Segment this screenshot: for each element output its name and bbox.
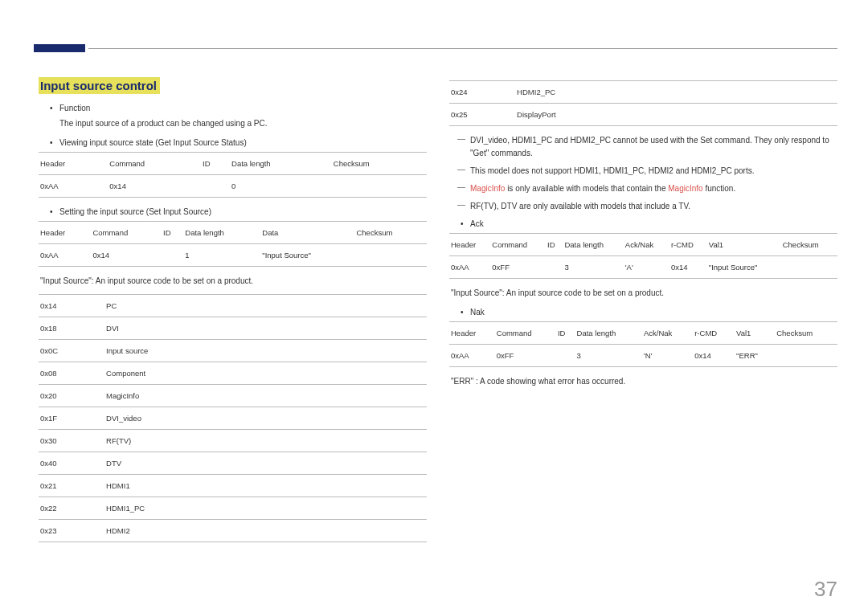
note-magicinfo: MagicInfo is only available with models … (449, 182, 837, 195)
code-value: 0x08 (39, 362, 104, 385)
page-title: Input source control (39, 77, 160, 94)
td: 0x14 (693, 345, 735, 367)
left-column: Input source control Function The input … (39, 77, 427, 550)
viewing-label: Viewing input source state (Get Input So… (39, 137, 427, 149)
th: Checksum (781, 234, 837, 256)
note-model: This model does not support HDMI1, HDMI1… (449, 165, 837, 178)
th: Checksum (354, 222, 427, 244)
th: Checksum (332, 153, 427, 175)
code-value: 0x0C (39, 340, 104, 362)
setting-label: Setting the input source (Set Input Sour… (39, 206, 427, 218)
th: Header (449, 234, 490, 256)
td (354, 244, 427, 267)
td (332, 175, 427, 198)
note-rftv: RF(TV), DTV are only available with mode… (449, 200, 837, 213)
td: "ERR" (735, 345, 775, 367)
code-value: 0x25 (449, 104, 515, 126)
th: Data (260, 222, 354, 244)
td (201, 175, 230, 198)
th: Data length (230, 153, 332, 175)
td: 'N' (642, 345, 693, 367)
text: is only available with models that conta… (505, 184, 668, 193)
td: 0xFF (490, 256, 546, 279)
code-value: 0x24 (449, 81, 515, 104)
ack-label: Ack (449, 218, 837, 230)
input-source-note: "Input Source": An input source code to … (39, 275, 427, 288)
td: 'A' (624, 256, 669, 279)
nak-table: Header Command ID Data length Ack/Nak r-… (449, 321, 837, 367)
get-table: Header Command ID Data length Checksum 0… (39, 152, 427, 198)
th: r-CMD (693, 322, 735, 345)
td: "Input Source" (260, 244, 354, 267)
th: ID (546, 234, 563, 256)
code-value: 0x1F (39, 407, 104, 430)
th: Header (39, 222, 91, 244)
td (546, 256, 563, 279)
code-value: 0x23 (39, 520, 104, 542)
td (556, 345, 575, 367)
code-value: 0x30 (39, 430, 104, 452)
th: Ack/Nak (624, 234, 669, 256)
code-value: 0x18 (39, 317, 104, 340)
function-desc: The input source of a product can be cha… (39, 117, 427, 130)
code-label: DVI (104, 317, 427, 340)
code-label: HDMI1 (104, 475, 427, 497)
magicinfo-red: MagicInfo (470, 184, 505, 193)
td: 0xAA (449, 345, 495, 367)
th: Command (91, 222, 162, 244)
function-label: Function (39, 102, 427, 114)
err-note: "ERR" : A code showing what error has oc… (449, 375, 837, 388)
code-label: Input source (104, 340, 427, 362)
td: 0xAA (39, 244, 91, 267)
td: 0x14 (669, 256, 707, 279)
code-label: RF(TV) (104, 430, 427, 452)
code-label: DisplayPort (515, 104, 837, 126)
th: Ack/Nak (642, 322, 693, 345)
th: Header (449, 322, 495, 345)
code-label: HDMI1_PC (104, 497, 427, 520)
th: ID (162, 222, 183, 244)
th: Command (490, 234, 546, 256)
magicinfo-red: MagicInfo (668, 184, 702, 193)
td: 3 (575, 345, 642, 367)
code-label: DVI_video (104, 407, 427, 430)
td: 0x14 (108, 175, 201, 198)
th: Command (108, 153, 201, 175)
th: Header (39, 153, 108, 175)
th: ID (556, 322, 575, 345)
code-label: DTV (104, 452, 427, 475)
code-label: PC (104, 295, 427, 317)
td: 0xFF (495, 345, 556, 367)
set-table: Header Command ID Data length Data Check… (39, 221, 427, 267)
nak-label: Nak (449, 306, 837, 318)
code-value: 0x14 (39, 295, 104, 317)
td: 1 (183, 244, 260, 267)
th: Val1 (735, 322, 775, 345)
th: r-CMD (669, 234, 707, 256)
code-value: 0x20 (39, 385, 104, 407)
th: Checksum (775, 322, 837, 345)
header-rule (88, 48, 837, 49)
ack-note: "Input Source": An input source code to … (449, 287, 837, 300)
td: "Input Source" (707, 256, 781, 279)
th: Data length (183, 222, 260, 244)
td (162, 244, 183, 267)
page-number: 37 (814, 577, 837, 602)
content-columns: Input source control Function The input … (39, 77, 837, 550)
th: Data length (575, 322, 642, 345)
th: Val1 (707, 234, 781, 256)
code-value: 0x40 (39, 452, 104, 475)
td: 0xAA (39, 175, 108, 198)
codes-table-left: 0x14PC0x18DVI0x0CInput source0x08Compone… (39, 294, 427, 542)
ack-table: Header Command ID Data length Ack/Nak r-… (449, 233, 837, 279)
code-label: HDMI2 (104, 520, 427, 542)
text: function. (703, 184, 736, 193)
code-label: Component (104, 362, 427, 385)
code-value: 0x21 (39, 475, 104, 497)
code-value: 0x22 (39, 497, 104, 520)
td (775, 345, 837, 367)
code-label: HDMI2_PC (515, 81, 837, 104)
td: 3 (563, 256, 623, 279)
note-dvi: DVI_video, HDMI1_PC and HDMI2_PC cannot … (449, 134, 837, 160)
th: ID (201, 153, 230, 175)
